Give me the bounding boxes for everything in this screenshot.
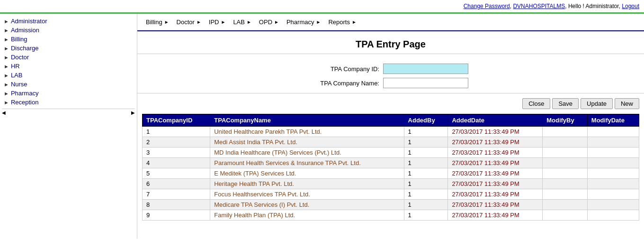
cell-added-date: 27/03/2017 11:33:49 PM [448, 189, 543, 200]
nav-arrow-icon: ► [164, 19, 169, 25]
cell-id: 5 [143, 168, 210, 179]
sidebar-item-nurse[interactable]: ► Nurse [2, 80, 135, 89]
scroll-right-icon[interactable]: ▶ [131, 110, 135, 115]
sidebar-item-administrator[interactable]: ► Administrator [2, 17, 135, 26]
sidebar-item-pharmacy[interactable]: ► Pharmacy [2, 89, 135, 98]
table-row[interactable]: 1 United Healthcare Parekh TPA Pvt. Ltd.… [143, 127, 639, 137]
table-row[interactable]: 6 Heritage Health TPA Pvt. Ltd. 1 27/03/… [143, 179, 639, 189]
tpa-table: TPACompanyID TPACompanyName AddedBy Adde… [142, 114, 639, 221]
nav-arrow-icon: ► [197, 19, 201, 25]
cell-added-date: 27/03/2017 11:33:49 PM [448, 168, 543, 179]
nav-arrow-icon: ► [221, 19, 225, 25]
change-password-link[interactable]: Change Password [464, 3, 510, 9]
scroll-left-icon[interactable]: ◀ [2, 110, 6, 115]
cell-modify-by [543, 137, 588, 148]
cell-name: Heritage Health TPA Pvt. Ltd. [210, 179, 404, 189]
table-row[interactable]: 5 E Meditek (TPA) Services Ltd. 1 27/03/… [143, 168, 639, 179]
cell-modify-date [587, 158, 639, 168]
nav-menu: Billing ► Doctor ► IPD ► LAB ► OPD ► Pha… [137, 14, 644, 31]
col-modify-by: ModifyBy [543, 114, 588, 127]
sidebar-label: Pharmacy [11, 90, 39, 97]
col-added-by: AddedBy [404, 114, 448, 127]
update-button[interactable]: Update [581, 98, 613, 109]
arrow-icon: ► [4, 46, 9, 51]
page-title-section: TPA Entry Page [137, 31, 644, 54]
cell-name: E Meditek (TPA) Services Ltd. [210, 168, 404, 179]
company-id-label: TPA Company ID: [313, 65, 379, 73]
content-area: Billing ► Doctor ► IPD ► LAB ► OPD ► Pha… [137, 14, 644, 239]
cell-added-date: 27/03/2017 11:33:49 PM [448, 210, 543, 221]
cell-added-date: 27/03/2017 11:33:49 PM [448, 127, 543, 137]
sidebar-item-billing[interactable]: ► Billing [2, 35, 135, 44]
nav-pharmacy[interactable]: Pharmacy ► [283, 17, 324, 28]
cell-modify-by [543, 127, 588, 137]
table-row[interactable]: 9 Family Health Plan (TPA) Ltd. 1 27/03/… [143, 210, 639, 221]
cell-added-by: 1 [404, 127, 448, 137]
table-row[interactable]: 4 Paramount Health Services & Insurance … [143, 158, 639, 168]
company-name-input[interactable] [383, 78, 468, 88]
table-row[interactable]: 2 Medi Assist India TPA Pvt. Ltd. 1 27/0… [143, 137, 639, 148]
sidebar-label: Billing [11, 36, 27, 43]
company-name-label: TPA Company Name: [313, 80, 379, 87]
cell-id: 8 [143, 200, 210, 210]
col-tpa-company-id: TPACompanyID [143, 114, 210, 127]
sidebar-item-reception[interactable]: ► Reception [2, 98, 135, 107]
sidebar-item-admission[interactable]: ► Admission [2, 26, 135, 35]
cell-added-by: 1 [404, 168, 448, 179]
sidebar-label: Reception [11, 99, 39, 106]
cell-modify-date [587, 200, 639, 210]
sidebar-label: Discharge [11, 45, 39, 52]
cell-name: United Healthcare Parekh TPA Pvt. Ltd. [210, 127, 404, 137]
cell-modify-by [543, 189, 588, 200]
cell-added-date: 27/03/2017 11:33:49 PM [448, 179, 543, 189]
col-tpa-company-name: TPACompanyName [210, 114, 404, 127]
sidebar-item-hr[interactable]: ► HR [2, 62, 135, 71]
col-modify-date: ModifyDate [587, 114, 639, 127]
hospital-link[interactable]: DVNAHOSPITALMS [513, 3, 565, 9]
new-button[interactable]: New [615, 98, 639, 109]
logout-link[interactable]: Logout [622, 3, 639, 9]
cell-modify-date [587, 179, 639, 189]
cell-modify-by [543, 168, 588, 179]
sidebar-label: Doctor [11, 54, 29, 61]
nav-ipd[interactable]: IPD ► [205, 17, 230, 28]
cell-name: Medi Assist India TPA Pvt. Ltd. [210, 137, 404, 148]
sidebar-item-lab[interactable]: ► LAB [2, 71, 135, 80]
sidebar-item-discharge[interactable]: ► Discharge [2, 44, 135, 53]
cell-name: Paramount Health Services & Insurance TP… [210, 158, 404, 168]
arrow-icon: ► [4, 18, 9, 24]
save-button[interactable]: Save [552, 98, 579, 109]
nav-doctor[interactable]: Doctor ► [173, 17, 205, 28]
cell-modify-date [587, 137, 639, 148]
table-row[interactable]: 3 MD India Healthcare (TPA) Services (Pv… [143, 148, 639, 158]
company-id-input[interactable] [383, 64, 468, 74]
arrow-icon: ► [4, 82, 9, 87]
cell-id: 1 [143, 127, 210, 137]
cell-id: 9 [143, 210, 210, 221]
top-bar: Change Password, DVNAHOSPITALMS, Hello !… [0, 0, 644, 14]
cell-id: 6 [143, 179, 210, 189]
table-row[interactable]: 7 Focus Healthservices TPA Pvt. Ltd. 1 2… [143, 189, 639, 200]
cell-added-by: 1 [404, 179, 448, 189]
sidebar-label: Admission [11, 27, 39, 34]
nav-lab[interactable]: LAB ► [229, 17, 255, 28]
close-button[interactable]: Close [522, 98, 550, 109]
sidebar-item-doctor[interactable]: ► Doctor [2, 53, 135, 62]
arrow-icon: ► [4, 100, 9, 105]
button-section: Close Save Update New [137, 96, 644, 111]
cell-modify-by [543, 148, 588, 158]
cell-modify-by [543, 210, 588, 221]
nav-opd[interactable]: OPD ► [255, 17, 283, 28]
table-row[interactable]: 8 Medicare TPA Services (I) Pvt. Ltd. 1 … [143, 200, 639, 210]
cell-modify-date [587, 168, 639, 179]
sidebar-scrollbar[interactable]: ◀ ▶ [2, 109, 135, 115]
cell-added-by: 1 [404, 158, 448, 168]
nav-reports[interactable]: Reports ► [324, 17, 360, 28]
cell-added-by: 1 [404, 189, 448, 200]
cell-name: MD India Healthcare (TPA) Services (Pvt.… [210, 148, 404, 158]
sidebar-label: HR [11, 63, 20, 70]
cell-name: Family Health Plan (TPA) Ltd. [210, 210, 404, 221]
greeting-text: Hello ! Administrator [568, 3, 619, 9]
cell-name: Medicare TPA Services (I) Pvt. Ltd. [210, 200, 404, 210]
nav-billing[interactable]: Billing ► [142, 17, 173, 28]
